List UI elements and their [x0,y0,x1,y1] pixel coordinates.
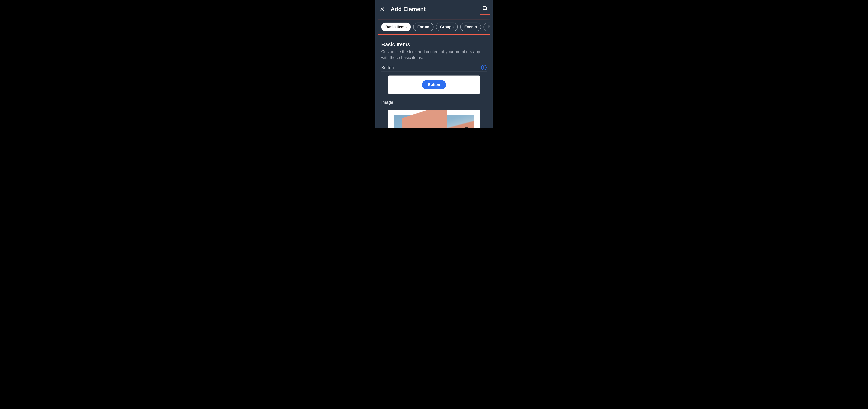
category-tabs-bar: Basic Items Forum Groups Events Blog [378,19,490,35]
item-row-image: Image [381,100,487,106]
svg-line-3 [486,9,487,10]
item-label-image: Image [381,100,393,105]
section-description: Customize the look and content of your m… [381,49,487,60]
info-icon[interactable] [481,65,487,70]
button-element-preview[interactable]: Button [388,75,480,94]
tab-events[interactable]: Events [460,23,481,31]
add-element-panel: Add Element Basic Items Forum Groups Eve… [375,0,493,128]
panel-header: Add Element [375,0,493,18]
panel-title: Add Element [391,6,475,12]
tab-forum[interactable]: Forum [413,23,433,31]
tab-groups[interactable]: Groups [436,23,458,31]
panel-content: Basic Items Customize the look and conte… [375,36,493,128]
preview-button[interactable]: Button [422,80,446,89]
image-element-preview[interactable] [388,110,480,128]
tab-basic-items[interactable]: Basic Items [381,23,411,31]
search-button[interactable] [480,3,490,14]
category-tabs-row[interactable]: Basic Items Forum Groups Events Blog [381,23,490,31]
tab-blog[interactable]: Blog [484,23,490,31]
svg-rect-6 [484,67,484,69]
close-icon[interactable] [379,6,386,13]
preview-image [394,115,474,128]
svg-point-2 [483,6,487,10]
item-row-button: Button [381,65,487,72]
section-title: Basic Items [381,41,487,48]
search-icon [482,5,488,12]
item-label-button: Button [381,65,394,70]
svg-point-5 [483,66,484,67]
